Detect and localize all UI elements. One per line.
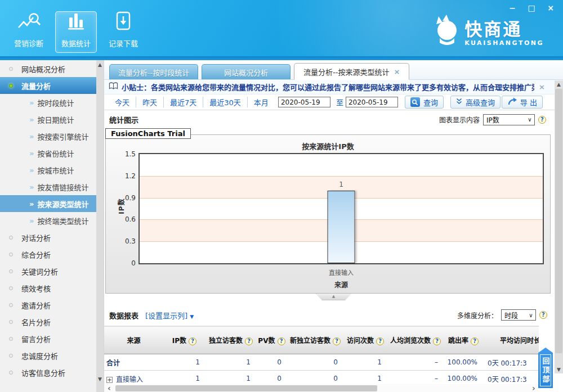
double-chevron-down-icon	[456, 98, 462, 106]
help-icon[interactable]: ?	[538, 116, 546, 124]
sidebar-item-card-analysis[interactable]: 名片分析	[0, 313, 97, 330]
bullet-icon	[9, 354, 13, 358]
sidebar-item-by-date[interactable]: » 按日期统计	[0, 111, 97, 128]
scroll-up-icon[interactable]: ▲	[555, 82, 563, 87]
horizontal-scrollbar[interactable]: ‹ ›	[104, 384, 539, 392]
report-title: 数据报表	[109, 310, 138, 321]
col-pv-count[interactable]: PV数 ?	[256, 326, 287, 354]
sidebar-item-by-hour[interactable]: » 按时段统计	[0, 94, 97, 111]
sidebar-item-by-friend-link[interactable]: » 按友情链接统计	[0, 178, 97, 195]
vertical-scroll-thumb[interactable]	[555, 89, 562, 353]
col-avg-duration[interactable]: 平均访问时长 ?	[483, 326, 539, 354]
cell-bounce: 100.00%	[444, 354, 483, 371]
cell-avg-pv: –	[387, 354, 444, 371]
vertical-scrollbar[interactable]: ▲ ▼	[555, 80, 563, 373]
help-icon[interactable]: ?	[471, 337, 479, 345]
sidebar-item-label: 网站概况分析	[21, 64, 65, 74]
scroll-left-icon[interactable]: ‹	[104, 384, 114, 392]
help-icon[interactable]: ?	[189, 337, 196, 345]
chart-bar[interactable]: 1	[328, 191, 355, 263]
tab-label: 流量分析--按时段统计	[118, 67, 189, 78]
sidebar-item-label: 关键词分析	[21, 266, 58, 277]
tab-site-overview[interactable]: 网站概况分析	[202, 64, 291, 79]
nav-label: 记录下载	[109, 38, 138, 48]
quick-filter-last7days[interactable]: 最近7天	[163, 97, 203, 107]
quick-filter-this-month[interactable]: 本月	[247, 97, 275, 107]
export-button[interactable]: 导 出	[502, 96, 543, 109]
logo-subtitle: KUAISHANGTONG	[464, 39, 544, 47]
horizontal-scroll-thumb[interactable]	[115, 385, 377, 391]
scroll-down-icon[interactable]: ▼	[555, 367, 563, 372]
date-from-input[interactable]	[278, 97, 330, 107]
sidebar-item-by-source-type[interactable]: » 按来源类型统计	[0, 195, 97, 212]
sidebar-item-dialog-analysis[interactable]: 对话分析	[0, 229, 97, 246]
gridline	[140, 176, 543, 177]
scroll-right-icon[interactable]: ›	[529, 384, 539, 392]
nav-data-statistics[interactable]: 数据统计	[55, 11, 97, 53]
col-bounce-rate[interactable]: 跳出率 ?	[444, 326, 483, 354]
tab-traffic-by-source-type[interactable]: 流量分析--按来源类型统计 ×	[294, 63, 409, 80]
sidebar-scrollbar[interactable]: ▲ ▼	[96, 60, 104, 392]
sidebar-item-label: 流量分析	[21, 80, 51, 91]
quick-filter-yesterday[interactable]: 昨天	[136, 97, 163, 107]
col-source[interactable]: 来源	[104, 326, 163, 354]
main-nav: 营销诊断 数据统计	[8, 11, 144, 53]
maximize-button[interactable]: □	[527, 3, 536, 12]
minimize-button[interactable]: −	[508, 3, 517, 12]
close-tab-icon[interactable]: ×	[394, 67, 400, 76]
help-icon[interactable]: ?	[376, 337, 384, 345]
sidebar-item-performance-review[interactable]: 绩效考核	[0, 280, 97, 296]
titlebar: − □ × 营销诊断	[0, 0, 563, 56]
caret-down-icon: ▼	[190, 314, 194, 319]
chevrons-right-icon: »	[29, 200, 34, 208]
sidebar-item-message-analysis[interactable]: 留言分析	[0, 330, 97, 347]
help-icon[interactable]: ?	[539, 311, 547, 319]
col-unique-visitors[interactable]: 独立访客数 ?	[205, 326, 256, 354]
sidebar-item-site-overview[interactable]: 网站概况分析	[0, 60, 97, 77]
col-ip-count[interactable]: IP数 ?	[163, 326, 205, 354]
app-window: − □ × 营销诊断	[0, 0, 563, 392]
set-columns-link[interactable]: [设置显示列] ▼	[145, 310, 194, 321]
col-visit-count[interactable]: 访问次数 ?	[343, 326, 387, 354]
expand-row-icon[interactable]: +	[106, 377, 113, 383]
scroll-up-icon[interactable]: ▲	[96, 62, 104, 67]
chart-display-select[interactable]: IP数 ∨	[483, 114, 535, 125]
close-tip-icon[interactable]: ×	[539, 83, 545, 91]
col-new-unique-visitors[interactable]: 新独立访客数 ?	[287, 326, 343, 354]
sidebar-item-keyword-analysis[interactable]: 关键词分析	[0, 263, 97, 280]
help-icon[interactable]: ?	[433, 337, 441, 345]
quick-filter-today[interactable]: 今天	[109, 97, 136, 107]
date-to-input[interactable]	[346, 97, 398, 107]
help-icon[interactable]: ?	[333, 337, 341, 345]
sidebar-item-label: 按友情链接统计	[37, 182, 88, 192]
help-icon[interactable]: ?	[278, 337, 285, 345]
nav-record-download[interactable]: 记录下载	[102, 11, 144, 53]
bullet-icon	[9, 84, 13, 88]
back-to-top-button[interactable]: 回顶部	[538, 348, 553, 388]
query-button[interactable]: 查询	[405, 96, 444, 109]
sidebar-item-label: 访客信息分析	[21, 367, 65, 378]
tab-traffic-by-hour[interactable]: 流量分析--按时段统计	[109, 64, 198, 79]
sidebar-item-by-city[interactable]: » 按城市统计	[0, 161, 97, 178]
sidebar-item-visitor-info-analysis[interactable]: 访客信息分析	[0, 364, 97, 381]
sidebar-item-loyalty-analysis[interactable]: 忠诚度分析	[0, 347, 97, 364]
collapse-chart-handle[interactable]: ▲	[316, 294, 352, 300]
chevrons-right-icon: »	[29, 149, 34, 157]
sidebar-item-by-terminal-type[interactable]: » 按终端类型统计	[0, 212, 97, 229]
sidebar-item-traffic-analysis[interactable]: 流量分析	[0, 77, 97, 94]
scroll-down-icon[interactable]: ▼	[96, 376, 104, 382]
y-tick: 0.9	[125, 194, 140, 202]
quick-filter-last30days[interactable]: 最近30天	[203, 97, 247, 107]
sidebar-item-by-province[interactable]: » 按省份统计	[0, 145, 97, 161]
col-avg-pageviews[interactable]: 人均浏览次数 ?	[387, 326, 444, 354]
advanced-query-button[interactable]: 高级查询	[450, 96, 501, 109]
dimension-select[interactable]: 时段 ∨	[501, 309, 536, 321]
sidebar-item-by-search-engine[interactable]: » 按搜索引擎统计	[0, 128, 97, 145]
sidebar-item-comprehensive-analysis[interactable]: 综合分析	[0, 246, 97, 263]
tab-bar: 流量分析--按时段统计 网站概况分析 流量分析--按来源类型统计 ×	[104, 60, 563, 80]
nav-marketing-diagnosis[interactable]: 营销诊断	[8, 11, 50, 53]
close-button[interactable]: ×	[546, 3, 555, 12]
help-icon[interactable]: ?	[245, 337, 253, 345]
sidebar-item-invite-analysis[interactable]: 邀请分析	[0, 296, 97, 313]
cell-pv: 0	[256, 354, 287, 371]
